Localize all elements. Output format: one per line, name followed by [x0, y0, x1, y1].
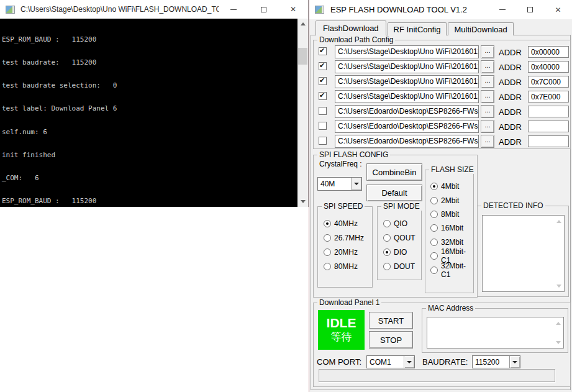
radio-flash-size[interactable]: 2Mbit: [430, 196, 459, 205]
addr-input[interactable]: 0x7C000: [528, 76, 569, 88]
path-checkbox[interactable]: [319, 47, 327, 55]
esp-close-button[interactable]: ✕: [544, 0, 572, 19]
radio-spi-speed[interactable]: 20MHz: [324, 248, 358, 257]
esp-minimize-button[interactable]: [488, 0, 516, 19]
radio-flash-size[interactable]: 8Mbit: [430, 210, 459, 219]
radio-icon[interactable]: [430, 252, 438, 260]
tab-flash-download[interactable]: FlashDownload: [316, 21, 386, 35]
chevron-down-icon[interactable]: [509, 356, 520, 368]
radio-spi-mode[interactable]: QIO: [383, 219, 407, 228]
com-port-select[interactable]: COM1: [366, 355, 415, 368]
browse-button[interactable]: ...: [481, 60, 494, 73]
radio-icon[interactable]: [430, 224, 438, 232]
radio-icon[interactable]: [324, 234, 331, 242]
addr-input[interactable]: [528, 106, 569, 117]
browse-button[interactable]: ...: [481, 45, 494, 58]
radio-icon[interactable]: [430, 183, 438, 190]
tab-rf-init-config[interactable]: RF InitConfig: [388, 22, 447, 35]
browse-button[interactable]: ...: [481, 75, 494, 88]
radio-spi-mode[interactable]: DIO: [383, 248, 407, 257]
radio-icon[interactable]: [430, 239, 438, 246]
path-input[interactable]: C:\Users\Stage\Desktop\Uno WiFi\2016012: [335, 75, 479, 88]
stop-button[interactable]: STOP: [369, 331, 413, 349]
radio-spi-mode[interactable]: QOUT: [383, 234, 415, 242]
radio-icon[interactable]: [383, 220, 391, 227]
radio-icon[interactable]: [383, 263, 391, 270]
radio-icon[interactable]: [324, 248, 331, 256]
combine-bin-button[interactable]: CombineBin: [366, 163, 422, 181]
scrollbar-thumb[interactable]: [298, 48, 307, 65]
crystal-freq-select[interactable]: 40M: [317, 177, 362, 191]
scroll-down-icon[interactable]: [556, 283, 562, 289]
scroll-down-icon[interactable]: [297, 196, 308, 207]
radio-flash-size[interactable]: 32Mbit: [430, 238, 463, 247]
path-input[interactable]: C:\Users\Stage\Desktop\Uno WiFi\2016012: [335, 45, 479, 58]
addr-label: ADDR: [499, 93, 522, 102]
radio-label: 20MHz: [334, 248, 358, 257]
group-label: SPI MODE: [381, 202, 422, 211]
path-input[interactable]: C:\Users\Stage\Desktop\Uno WiFi\2016012: [335, 60, 479, 73]
detected-info-textarea[interactable]: [482, 215, 565, 292]
esp-maximize-button[interactable]: [516, 0, 544, 19]
console-close-button[interactable]: ✕: [278, 0, 308, 19]
path-input[interactable]: C:\Users\Edoardo\Desktop\ESP8266-FWs-: [335, 135, 479, 148]
path-checkbox[interactable]: [319, 122, 327, 130]
radio-spi-speed[interactable]: 40MHz: [324, 219, 358, 228]
radio-spi-mode[interactable]: DOUT: [383, 262, 415, 271]
addr-input[interactable]: 0x7E000: [528, 91, 569, 103]
console-titlebar: C:\Users\Stage\Desktop\Uno WiFi\FLASH_DO…: [0, 0, 308, 19]
console-line: test baudrate: 115200: [2, 59, 296, 66]
radio-spi-speed[interactable]: 26.7MHz: [324, 234, 364, 242]
scroll-up-icon[interactable]: [297, 19, 308, 29]
radio-icon[interactable]: [324, 220, 331, 227]
mac-address-textarea[interactable]: [427, 317, 564, 349]
scroll-up-icon[interactable]: [556, 218, 562, 224]
path-checkbox[interactable]: [319, 62, 327, 70]
addr-input[interactable]: 0x00000: [528, 46, 569, 58]
console-scrollbar[interactable]: [297, 19, 308, 207]
baudrate-value: 115200: [473, 356, 509, 368]
scroll-up-icon[interactable]: [555, 320, 561, 326]
baudrate-select[interactable]: 115200: [472, 355, 520, 368]
com-port-value: COM1: [367, 356, 404, 368]
browse-button[interactable]: ...: [481, 120, 494, 133]
browse-button[interactable]: ...: [481, 135, 494, 148]
tab-multi-download[interactable]: MultiDownload: [448, 22, 513, 35]
browse-button[interactable]: ...: [481, 90, 494, 103]
tabbar: FlashDownload RF InitConfig MultiDownloa…: [316, 21, 515, 35]
path-input[interactable]: C:\Users\Edoardo\Desktop\ESP8266-FWs-: [335, 105, 479, 118]
path-input[interactable]: C:\Users\Stage\Desktop\Uno WiFi\2016012: [335, 90, 479, 103]
console-minimize-button[interactable]: [219, 0, 248, 19]
path-checkbox[interactable]: [319, 137, 327, 145]
addr-input[interactable]: [528, 121, 569, 132]
radio-icon[interactable]: [324, 263, 331, 270]
path-checkbox[interactable]: [319, 107, 327, 115]
chevron-down-icon[interactable]: [351, 178, 361, 190]
radio-icon[interactable]: [383, 234, 391, 242]
radio-icon[interactable]: [430, 267, 438, 274]
radio-label: DIO: [394, 248, 407, 257]
group-label: SPI SPEED: [322, 202, 365, 211]
radio-label: 2Mbit: [441, 196, 459, 205]
path-input[interactable]: C:\Users\Edoardo\Desktop\ESP8266-FWs-: [335, 120, 479, 133]
scroll-down-icon[interactable]: [555, 339, 561, 345]
addr-input[interactable]: [528, 135, 569, 147]
radio-flash-size[interactable]: 4Mbit: [430, 182, 459, 191]
radio-icon[interactable]: [430, 211, 438, 218]
console-title: C:\Users\Stage\Desktop\Uno WiFi\FLASH_DO…: [20, 5, 219, 14]
chevron-down-icon[interactable]: [404, 356, 414, 368]
radio-flash-size[interactable]: 16Mbit-C1: [430, 252, 473, 260]
browse-button[interactable]: ...: [481, 105, 494, 118]
radio-flash-size[interactable]: 16Mbit: [430, 224, 463, 232]
addr-input[interactable]: 0x40000: [528, 61, 569, 73]
radio-spi-speed[interactable]: 80MHz: [324, 262, 358, 271]
radio-flash-size[interactable]: 32Mbit-C1: [430, 266, 473, 275]
radio-icon[interactable]: [383, 248, 391, 256]
path-checkbox[interactable]: [319, 77, 327, 85]
path-checkbox[interactable]: [319, 92, 327, 100]
default-button[interactable]: Default: [366, 185, 422, 201]
console-maximize-button[interactable]: [248, 0, 278, 19]
start-button[interactable]: START: [369, 312, 413, 329]
esp-titlebar: ESP FLASH DOWNLOAD TOOL V1.2 ✕: [309, 0, 572, 19]
radio-icon[interactable]: [430, 197, 438, 204]
